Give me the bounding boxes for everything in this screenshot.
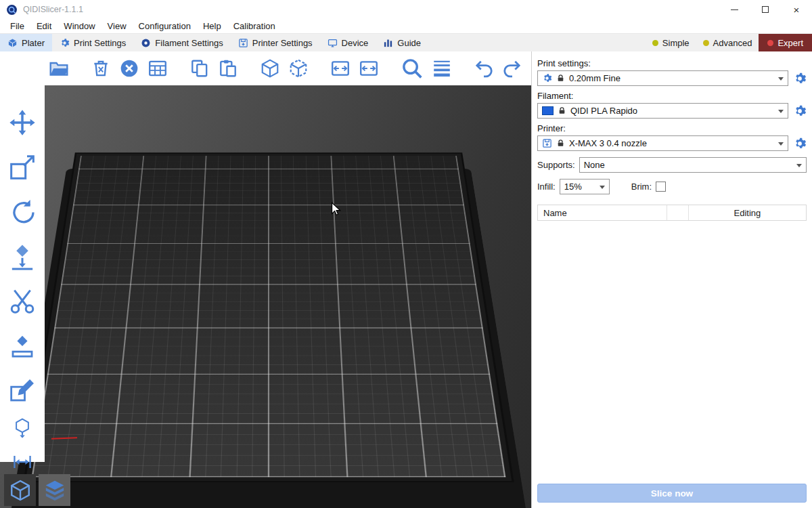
menu-view[interactable]: View [102,21,133,31]
editor-view-button[interactable] [4,474,36,506]
copy-button[interactable] [189,58,210,79]
printer-row: X-MAX 3 0.4 nozzle [537,135,807,151]
app-logo-icon [6,4,18,16]
lock-icon [558,106,566,115]
menubar: File Edit Window View Configuration Help… [0,19,812,33]
window-controls: × [719,0,812,19]
tab-device[interactable]: Device [320,34,376,51]
view-toggles [4,474,70,506]
split-parts-button[interactable] [359,58,379,79]
tab-plater[interactable]: Plater [0,34,52,51]
tabbar: Plater Print Settings Filament Settings … [0,33,812,51]
column-extruder[interactable] [667,205,688,220]
edit-filament-button[interactable] [793,104,807,118]
infill-select[interactable]: 15% [560,179,610,194]
tab-print-settings[interactable]: Print Settings [52,34,133,51]
gear-icon [793,72,807,85]
set-instances-button[interactable] [288,58,309,79]
undo-button[interactable] [474,58,494,79]
gear-icon [542,73,552,83]
search-button[interactable] [401,57,424,80]
supports-select[interactable]: None [579,157,807,173]
simple-dot-icon [652,40,658,46]
edit-printer-button[interactable] [793,137,807,150]
gear-icon [793,104,807,118]
tab-device-label: Device [342,38,369,48]
column-name[interactable]: Name [538,208,667,218]
minimize-button[interactable] [719,0,750,19]
maximize-button[interactable] [750,0,781,19]
close-button[interactable]: × [781,0,812,19]
redo-arrow-icon [502,58,522,79]
delete-button[interactable] [91,58,111,79]
filament-value: QIDI PLA Rapido [570,106,637,116]
add-instance-button[interactable] [260,58,280,79]
mode-expert[interactable]: Expert [759,34,812,51]
move-tool-button[interactable] [8,108,37,137]
grid-table-icon [148,58,168,79]
sink-tool-button[interactable] [12,417,33,439]
edit-print-settings-button[interactable] [793,72,807,85]
sequence-tool-button[interactable] [12,451,33,473]
arrange-button[interactable] [148,58,168,79]
mode-simple[interactable]: Simple [646,34,696,51]
print-settings-value: 0.20mm Fine [569,73,621,83]
scissors-icon [8,287,37,316]
viewport-3d[interactable] [0,51,531,508]
tab-filament-settings[interactable]: Filament Settings [133,34,230,51]
variable-layer-height-button[interactable] [432,58,452,79]
text-emboss-tool-button[interactable] [8,377,37,405]
slice-now-button[interactable]: Slice now [537,484,807,503]
tab-print-settings-label: Print Settings [74,38,126,48]
scale-tool-button[interactable] [8,153,37,182]
paste-button[interactable] [218,58,238,79]
column-editing[interactable]: Editing [688,205,806,220]
open-folder-icon [49,58,69,79]
delete-all-button[interactable] [119,58,139,79]
infill-brim-row: Infill: 15% Brim: [537,179,807,194]
split-objects-icon [330,58,351,79]
preview-view-button[interactable] [39,474,70,506]
cut-tool-button[interactable] [8,287,37,316]
device-icon [328,38,338,48]
split-objects-button[interactable] [330,58,351,79]
tab-guide-label: Guide [397,38,421,48]
printer-value: X-MAX 3 0.4 nozzle [569,138,647,148]
menu-configuration[interactable]: Configuration [133,21,197,31]
tab-printer-settings[interactable]: Printer Settings [231,34,320,51]
supports-label: Supports: [537,160,575,170]
menu-window[interactable]: Window [58,21,101,31]
plater-toolbar [0,51,531,85]
object-list-header: Name Editing [537,205,807,221]
place-on-face-tool-button[interactable] [8,242,37,271]
tab-guide[interactable]: Guide [376,34,428,51]
print-settings-icon [60,38,70,48]
split-parts-icon [359,58,379,79]
redo-button[interactable] [502,58,522,79]
object-list[interactable] [537,221,807,484]
menu-help[interactable]: Help [197,21,227,31]
open-project-button[interactable] [49,58,69,79]
brim-checkbox[interactable] [656,182,666,192]
print-settings-select[interactable]: 0.20mm Fine [537,70,788,86]
menu-file[interactable]: File [4,21,30,31]
settings-panel: Print settings: 0.20mm Fine Filament: QI… [531,51,812,508]
mode-advanced-label: Advanced [713,38,752,48]
menu-edit[interactable]: Edit [30,21,58,31]
printer-icon [542,138,552,148]
printer-label: Printer: [537,123,807,133]
rotate-tool-button[interactable] [8,198,37,226]
tab-plater-label: Plater [22,38,45,48]
rotate-icon [8,198,37,226]
text-pencil-icon [8,377,37,405]
supports-row: Supports: None [537,157,807,173]
seam-paint-tool-button[interactable] [8,332,37,360]
mode-advanced[interactable]: Advanced [696,34,759,51]
chevron-down-icon [778,110,784,116]
printer-select[interactable]: X-MAX 3 0.4 nozzle [537,135,788,151]
menu-calibration[interactable]: Calibration [227,21,281,31]
lock-icon [556,74,565,83]
move-arrows-icon [8,108,37,137]
filament-select[interactable]: QIDI PLA Rapido [537,103,788,119]
print-settings-row: 0.20mm Fine [537,70,807,86]
